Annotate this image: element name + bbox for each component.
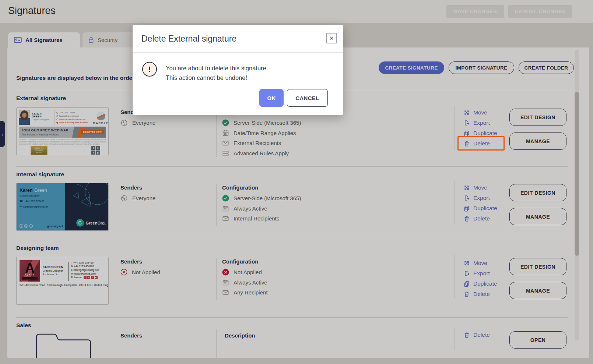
ok-button[interactable]: OK bbox=[259, 89, 284, 107]
signatures-page: { "header": {"title": "Signatures", "sav… bbox=[0, 0, 593, 364]
modal-message-line2: This action cannot be undone! bbox=[166, 73, 268, 82]
modal-title: Delete External signature bbox=[141, 34, 236, 44]
delete-signature-modal: Delete External signature ✕ ! You are ab… bbox=[133, 25, 343, 115]
modal-message: You are about to delete this signature. … bbox=[166, 63, 268, 82]
cancel-button[interactable]: CANCEL bbox=[287, 89, 328, 107]
close-icon: ✕ bbox=[329, 35, 334, 42]
divider bbox=[133, 52, 343, 53]
modal-message-line1: You are about to delete this signature. bbox=[166, 63, 268, 73]
warning-icon: ! bbox=[142, 62, 157, 77]
close-button[interactable]: ✕ bbox=[326, 33, 337, 43]
